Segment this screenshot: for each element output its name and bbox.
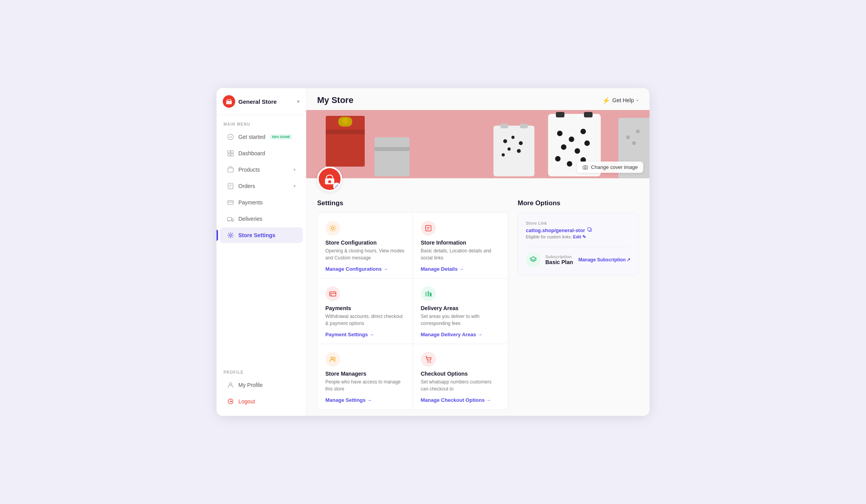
manage-subscription-link[interactable]: Manage Subscription ↗ — [579, 257, 630, 263]
config-desc: Opening & closing hours, View modes and … — [325, 247, 405, 261]
payments-desc: Withdrawal accounts, direct checkout & p… — [325, 313, 405, 327]
store-link-section: Store Link catlog.shop/general-stor — [526, 221, 630, 240]
config-icon-wrap — [325, 221, 340, 236]
svg-rect-64 — [587, 228, 590, 231]
settings-more-options: More Options Store Link catlog.shop/gene… — [518, 199, 639, 410]
svg-rect-34 — [584, 112, 593, 117]
checkout-cart-icon — [424, 355, 432, 363]
payments-card: Payments Withdrawal accounts, direct che… — [317, 279, 413, 344]
manage-checkout-label: Manage Checkout Options — [421, 397, 485, 403]
manage-configurations-label: Manage Configurations — [325, 266, 382, 272]
sidebar-item-label: Store Settings — [238, 232, 275, 238]
more-options-heading: More Options — [518, 199, 639, 207]
sidebar-item-get-started[interactable]: Get started 58% DONE — [220, 129, 303, 145]
delivery-areas-card: Delivery Areas Set areas you deliver to … — [413, 279, 509, 344]
sidebar-item-payments[interactable]: Payments — [220, 195, 303, 210]
sidebar-item-label: Get started — [238, 134, 265, 140]
payments-icon-wrap — [325, 286, 340, 301]
svg-rect-25 — [520, 124, 528, 128]
settings-container: Settings Store Configuratio — [306, 195, 650, 416]
store-link-value: catlog.shop/general-stor — [526, 227, 630, 233]
svg-point-36 — [569, 137, 574, 142]
svg-point-26 — [503, 139, 507, 143]
lightning-icon: ⚡ — [602, 97, 610, 104]
store-name-label: General Store — [238, 98, 294, 105]
settings-grid: Store Configuration Opening & closing ho… — [317, 213, 508, 410]
store-information-card: Store Information Basic details, Locatio… — [413, 213, 509, 279]
main-menu-label: MAIN MENU — [216, 115, 306, 129]
store-selector[interactable]: General Store ▾ — [216, 88, 306, 115]
get-help-button[interactable]: ⚡ Get Help ▾ — [602, 97, 639, 104]
svg-point-28 — [519, 141, 523, 145]
sidebar-item-my-profile[interactable]: My Profile — [220, 377, 303, 393]
delivery-title: Delivery Areas — [421, 305, 500, 311]
divider — [526, 247, 630, 247]
sidebar-item-store-settings[interactable]: Store Settings — [220, 227, 303, 243]
manage-configurations-link[interactable]: Manage Configurations → — [325, 266, 405, 272]
dashboard-icon — [227, 149, 234, 157]
sidebar-item-deliveries[interactable]: Deliveries — [220, 211, 303, 227]
sidebar-item-products[interactable]: Products ▾ — [220, 162, 303, 177]
sidebar: General Store ▾ MAIN MENU Get started 58… — [216, 88, 306, 416]
svg-rect-51 — [328, 180, 331, 183]
sidebar-item-orders[interactable]: Orders ▾ — [220, 178, 303, 194]
store-link-label: Store Link — [526, 221, 630, 225]
svg-rect-5 — [231, 154, 233, 156]
svg-rect-6 — [228, 168, 233, 172]
svg-point-12 — [229, 234, 231, 236]
payments-title: Payments — [325, 305, 405, 311]
svg-rect-54 — [330, 292, 336, 296]
manage-checkout-link[interactable]: Manage Checkout Options → — [421, 397, 500, 403]
svg-rect-9 — [227, 217, 232, 220]
store-link-eligible-text: Eligible for custom links: Edit ✎ — [526, 234, 630, 240]
svg-rect-17 — [326, 130, 365, 134]
managers-desc: People who have access to manage this st… — [325, 378, 405, 392]
svg-rect-8 — [228, 201, 233, 205]
manage-delivery-link[interactable]: Manage Delivery Areas → — [421, 332, 500, 337]
checkout-icon-wrap — [421, 352, 436, 367]
sidebar-item-dashboard[interactable]: Dashboard — [220, 146, 303, 161]
manage-settings-link[interactable]: Manage Settings → — [325, 397, 405, 403]
svg-rect-2 — [228, 151, 230, 153]
subscription-icon — [526, 252, 541, 267]
manage-details-link[interactable]: Manage Details → — [421, 266, 500, 272]
arrow-right-icon: → — [369, 332, 374, 337]
copy-icon[interactable] — [587, 227, 592, 233]
store-avatar[interactable] — [317, 167, 342, 192]
arrow-right-icon: → — [477, 332, 482, 337]
delivery-icon-wrap — [421, 286, 436, 301]
arrow-right-icon: → — [486, 397, 491, 403]
sidebar-item-label: My Profile — [238, 382, 263, 388]
svg-rect-24 — [500, 124, 508, 128]
products-icon — [227, 166, 234, 174]
subscription-info: Subscription Basic Plan — [545, 254, 574, 265]
page-title: My Store — [317, 95, 353, 105]
payment-settings-link[interactable]: Payment Settings → — [325, 332, 405, 337]
sidebar-item-label: Payments — [238, 199, 263, 206]
progress-badge: 58% DONE — [270, 134, 292, 140]
manage-subscription-label: Manage Subscription — [579, 257, 626, 263]
store-avatar-area — [306, 167, 650, 192]
sidebar-item-label: Logout — [238, 398, 255, 405]
edit-pencil-icon: ✎ — [582, 234, 586, 239]
svg-point-45 — [626, 135, 630, 139]
edit-custom-link[interactable]: Edit ✎ — [573, 234, 586, 239]
chevron-down-icon: ▾ — [297, 98, 300, 105]
svg-point-37 — [580, 129, 586, 134]
sidebar-item-logout[interactable]: Logout — [220, 394, 303, 409]
store-configuration-card: Store Configuration Opening & closing ho… — [317, 213, 413, 279]
my-profile-icon — [227, 381, 234, 389]
svg-point-62 — [429, 362, 431, 363]
svg-point-41 — [555, 156, 561, 161]
edit-avatar-icon[interactable] — [333, 183, 340, 190]
svg-rect-33 — [556, 112, 564, 117]
sidebar-item-label: Deliveries — [238, 216, 262, 222]
checkout-title: Checkout Options — [421, 371, 500, 377]
managers-title: Store Managers — [325, 371, 405, 377]
svg-point-11 — [232, 220, 233, 222]
svg-point-30 — [517, 149, 521, 153]
svg-point-31 — [502, 153, 505, 156]
subscription-layers-icon — [529, 256, 537, 264]
sidebar-item-label: Orders — [238, 183, 255, 189]
payments-icon — [227, 199, 234, 206]
